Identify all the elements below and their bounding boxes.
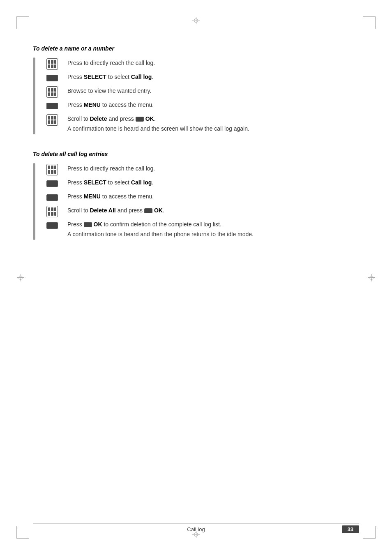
- step4-s1-icon: [46, 100, 58, 112]
- corner-mark-br: [363, 526, 376, 539]
- step5-s2-text: Press OK to confirm deletion of the comp…: [67, 220, 221, 229]
- crosshair-left: [16, 274, 25, 282]
- step2-s2-icon: [46, 178, 58, 189]
- corner-mark-tl: [16, 16, 29, 29]
- step1-s1-text: Press to directly reach the call log.: [67, 59, 155, 67]
- grey-bar-1: [33, 58, 35, 134]
- step5-s2-icon: [46, 220, 58, 231]
- ok-rect-icon-1: [136, 117, 144, 122]
- section-delete-name: To delete a name or a number: [33, 45, 359, 134]
- step4-s1-text: Press MENU to access the menu.: [67, 101, 154, 109]
- step1-s2-icon: [46, 164, 58, 175]
- step5-s2: Press OK to confirm deletion of the comp…: [67, 219, 254, 240]
- step3-s1: Browse to view the wanted entry.: [67, 85, 249, 97]
- corner-mark-tr: [363, 16, 376, 29]
- step1-s1: Press to directly reach the call log.: [67, 58, 249, 69]
- section2-title: To delete all call log entries: [33, 151, 359, 157]
- step5-s1: Scroll to Delete and press OK. A confirm…: [67, 113, 249, 134]
- footer-label: Call log: [33, 526, 359, 532]
- ok-button-inline-3: [84, 222, 92, 227]
- footer-page-number: 33: [342, 525, 359, 533]
- step2-s1-text: Press SELECT to select Call log.: [67, 73, 153, 81]
- step2-s1-icon: [46, 72, 58, 84]
- step2-s2: Press SELECT to select Call log.: [67, 177, 254, 189]
- footer: Call log 33: [33, 523, 359, 532]
- ok-button-inline-2: [144, 208, 152, 213]
- step5-s1-text: Scroll to Delete and press OK.: [67, 115, 156, 123]
- step2-s1: Press SELECT to select Call log.: [67, 71, 249, 83]
- section1-icons: [44, 58, 61, 134]
- corner-mark-bl: [16, 526, 29, 539]
- step3-s2-text: Press MENU to access the menu.: [67, 192, 154, 201]
- step3-s1-icon: [46, 86, 58, 98]
- rect-btn-icon-s2-3: [46, 194, 58, 201]
- section2-body: Press to directly reach the call log. Pr…: [33, 163, 359, 240]
- grey-bar-2: [33, 163, 35, 240]
- step3-s1-text: Browse to view the wanted entry.: [67, 87, 151, 95]
- section1-steps-list: Press to directly reach the call log. Pr…: [67, 58, 249, 134]
- ok-rect-icon-3: [84, 222, 92, 227]
- step3-s2: Press MENU to access the menu.: [67, 191, 254, 203]
- step5-s2-line2: A confirmation tone is heard and then th…: [67, 230, 254, 239]
- step1-s2-text: Press to directly reach the call log.: [67, 164, 155, 173]
- crosshair-right: [367, 274, 376, 282]
- phone-grid-icon-5: [46, 114, 58, 126]
- rect-btn-icon-s2-5: [46, 222, 58, 229]
- step4-s2: Scroll to Delete All and press OK.: [67, 205, 254, 216]
- phone-grid-icon-3: [46, 86, 58, 98]
- rect-btn-icon-4: [46, 103, 58, 109]
- rect-btn-icon-s2-2: [46, 180, 58, 187]
- step3-s2-icon: [46, 192, 58, 203]
- step5-s1-icon: [46, 114, 58, 126]
- section1-body: Press to directly reach the call log. Pr…: [33, 58, 359, 134]
- step4-s2-text: Scroll to Delete All and press OK.: [67, 206, 164, 215]
- section1-steps-area: Press to directly reach the call log. Pr…: [44, 58, 249, 134]
- section1-title: To delete a name or a number: [33, 45, 359, 52]
- step2-s2-text: Press SELECT to select Call log.: [67, 178, 153, 187]
- section2-icons: [44, 163, 61, 240]
- step4-s1: Press MENU to access the menu.: [67, 99, 249, 111]
- phone-grid-icon-s2-1: [46, 164, 58, 175]
- step5-s1-line2: A confirmation tone is heard and the scr…: [67, 124, 249, 133]
- step1-s1-icon: [46, 58, 58, 70]
- section2-steps-list: Press to directly reach the call log. Pr…: [67, 163, 254, 240]
- ok-rect-icon-2: [144, 208, 152, 213]
- section-delete-all: To delete all call log entries: [33, 151, 359, 240]
- phone-grid-icon-s2-4: [46, 206, 58, 217]
- step1-s2: Press to directly reach the call log.: [67, 163, 254, 175]
- ok-button-inline-1: [136, 117, 144, 122]
- main-content: To delete a name or a number: [33, 33, 359, 522]
- crosshair-top: [192, 16, 200, 25]
- rect-btn-icon-2: [46, 75, 58, 81]
- section2-steps-area: Press to directly reach the call log. Pr…: [44, 163, 254, 240]
- phone-grid-icon-1: [46, 58, 58, 70]
- step4-s2-icon: [46, 206, 58, 217]
